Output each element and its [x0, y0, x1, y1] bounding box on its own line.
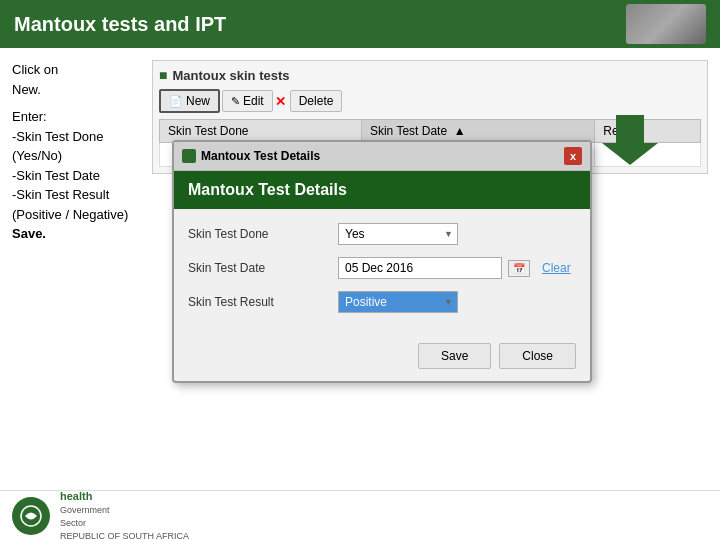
modal-header-title: Mantoux Test Details: [188, 181, 347, 198]
skin-test-done-select-wrapper: Yes No: [338, 223, 458, 245]
footer-dept-line1: Government: [60, 504, 189, 517]
modal-footer: Save Close: [174, 335, 590, 381]
save-button[interactable]: Save: [418, 343, 491, 369]
footer-logo: [12, 497, 50, 535]
step2-item-3: -Skin Test Result (Positive / Negative): [12, 187, 128, 222]
toolbar: 📄 New ✎ Edit ✕ Delete: [159, 89, 701, 113]
skin-tests-title: ■ Mantoux skin tests: [159, 67, 701, 83]
down-arrow: [602, 115, 658, 168]
skin-test-result-control: Positive Negative: [338, 291, 576, 313]
modal-titlebar: Mantoux Test Details x: [174, 142, 590, 171]
clear-link[interactable]: Clear: [542, 261, 571, 275]
skin-test-result-select-wrapper: Positive Negative: [338, 291, 458, 313]
field-skin-test-result: Skin Test Result Positive Negative: [188, 291, 576, 313]
skin-test-result-label: Skin Test Result: [188, 295, 338, 309]
footer-health-label: health: [60, 489, 189, 504]
mantoux-modal: Mantoux Test Details x Mantoux Test Deta…: [172, 140, 592, 383]
svg-marker-0: [602, 115, 658, 165]
delete-button[interactable]: Delete: [290, 90, 343, 112]
skin-test-done-select[interactable]: Yes No: [338, 223, 458, 245]
step2-item-2: -Skin Test Date: [12, 168, 100, 183]
modal-header: Mantoux Test Details: [174, 171, 590, 209]
page-title: Mantoux tests and IPT: [14, 13, 226, 36]
header-image: [626, 4, 706, 44]
skin-test-done-label: Skin Test Done: [188, 227, 338, 241]
step2-item-1: -Skin Test Done (Yes/No): [12, 129, 104, 164]
skin-test-result-select[interactable]: Positive Negative: [338, 291, 458, 313]
footer-dept-line3: REPUBLIC OF SOUTH AFRICA: [60, 530, 189, 541]
footer-dept-line2: Sector: [60, 517, 189, 530]
date-picker-button[interactable]: 📅: [508, 260, 530, 277]
delete-x-icon: ✕: [275, 94, 286, 109]
skin-test-date-control: 📅 Clear: [338, 257, 576, 279]
field-skin-test-done: Skin Test Done Yes No: [188, 223, 576, 245]
skin-test-date-input[interactable]: [338, 257, 502, 279]
right-panel: ■ Mantoux skin tests 📄 New ✎ Edit ✕ Dele…: [152, 60, 708, 478]
modal-titlebar-title: Mantoux Test Details: [201, 149, 320, 163]
modal-close-button[interactable]: x: [564, 147, 582, 165]
panel-icon: ■: [159, 67, 167, 83]
skin-test-date-label: Skin Test Date: [188, 261, 338, 275]
step1-text: Click on New.: [12, 60, 142, 99]
step2-save: Save.: [12, 226, 46, 241]
new-button[interactable]: 📄 New: [159, 89, 220, 113]
close-button[interactable]: Close: [499, 343, 576, 369]
edit-button[interactable]: ✎ Edit: [222, 90, 273, 112]
skin-test-done-control: Yes No: [338, 223, 576, 245]
footer-text: health Government Sector REPUBLIC OF SOU…: [60, 489, 189, 540]
modal-titlebar-left: Mantoux Test Details: [182, 149, 320, 163]
page-header: Mantoux tests and IPT: [0, 0, 720, 48]
modal-titlebar-icon: [182, 149, 196, 163]
modal-body: Skin Test Done Yes No Skin Test Date: [174, 209, 590, 335]
new-icon: 📄: [169, 95, 183, 108]
instructions-panel: Click on New. Enter: -Skin Test Done (Ye…: [12, 60, 142, 478]
main-content: Click on New. Enter: -Skin Test Done (Ye…: [0, 48, 720, 490]
step2-text: Enter: -Skin Test Done (Yes/No) -Skin Te…: [12, 107, 142, 244]
field-skin-test-date: Skin Test Date 📅 Clear: [188, 257, 576, 279]
page-footer: health Government Sector REPUBLIC OF SOU…: [0, 490, 720, 540]
edit-icon: ✎: [231, 95, 240, 108]
